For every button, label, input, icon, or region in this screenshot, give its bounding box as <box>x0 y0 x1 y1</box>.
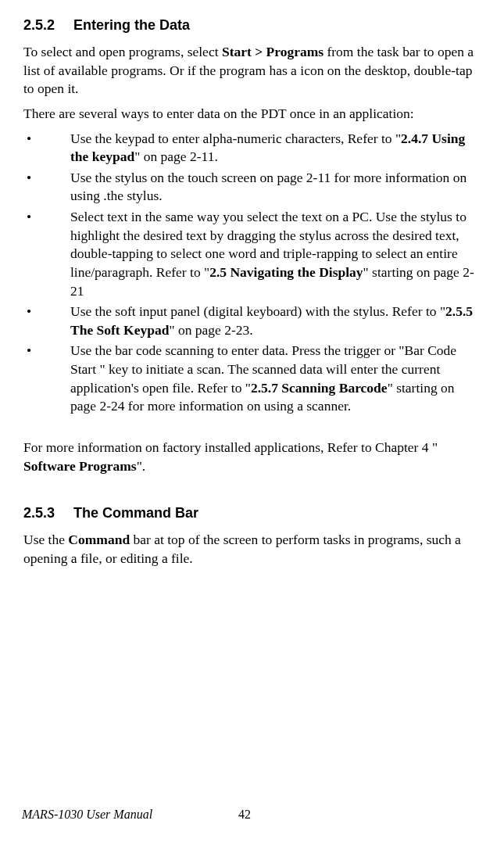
bold-text: Command <box>68 532 130 547</box>
list-item-text: Use the soft input panel (digital keyboa… <box>70 303 481 339</box>
heading-253-number: 2.5.3 <box>23 505 55 521</box>
para-253-1: Use the Command bar at top of the screen… <box>23 531 481 568</box>
text-span: Use the keypad to enter alpha-numeric ch… <box>70 131 401 146</box>
page-number: 42 <box>238 808 251 821</box>
list-item-text: Select text in the same way you select t… <box>70 208 481 300</box>
text-span: Use the <box>23 532 68 547</box>
heading-253: 2.5.3The Command Bar <box>23 505 481 521</box>
para-252-2: There are several ways to enter data on … <box>23 105 481 124</box>
bold-text: Start > Programs <box>222 44 323 59</box>
heading-252-title: Entering the Data <box>73 17 190 33</box>
list-item: • Use the stylus on the touch screen on … <box>23 169 481 206</box>
text-span: For more information on factory installe… <box>23 439 438 455</box>
list-item: • Use the soft input panel (digital keyb… <box>23 303 481 339</box>
text-span: " on page 2-23. <box>169 322 252 338</box>
list-item-text: Use the bar code scanning to enter data.… <box>70 342 481 416</box>
text-span: Use the soft input panel (digital keyboa… <box>70 303 445 319</box>
para-252-1: To select and open programs, select Star… <box>23 43 481 99</box>
heading-252: 2.5.2Entering the Data <box>23 17 481 34</box>
manual-title: MARS-1030 User Manual <box>22 808 152 821</box>
bold-text: 2.5 Navigating the Display <box>209 264 363 280</box>
bullet-icon: • <box>23 169 70 206</box>
bullet-icon: • <box>23 208 70 300</box>
document-page: 2.5.2Entering the Data To select and ope… <box>0 0 504 568</box>
page-footer: MARS-1030 User Manual42 <box>22 808 251 822</box>
bold-text: Software Programs <box>23 458 137 474</box>
bullet-list: • Use the keypad to enter alpha-numeric … <box>23 130 481 416</box>
list-item-text: Use the keypad to enter alpha-numeric ch… <box>70 130 481 167</box>
list-item: • Select text in the same way you select… <box>23 208 481 300</box>
text-span: " on page 2-11. <box>134 149 218 164</box>
text-span: ". <box>137 458 146 474</box>
bullet-icon: • <box>23 130 70 167</box>
bullet-icon: • <box>23 303 70 339</box>
bullet-icon: • <box>23 342 70 416</box>
heading-253-title: The Command Bar <box>73 505 198 521</box>
list-item-text: Use the stylus on the touch screen on pa… <box>70 169 481 206</box>
text-span: To select and open programs, select <box>23 44 222 59</box>
bold-text: 2.5.7 Scanning Barcode <box>251 380 388 396</box>
heading-252-number: 2.5.2 <box>23 17 55 33</box>
list-item: • Use the bar code scanning to enter dat… <box>23 342 481 416</box>
para-252-3: For more information on factory installe… <box>23 439 481 475</box>
list-item: • Use the keypad to enter alpha-numeric … <box>23 130 481 167</box>
